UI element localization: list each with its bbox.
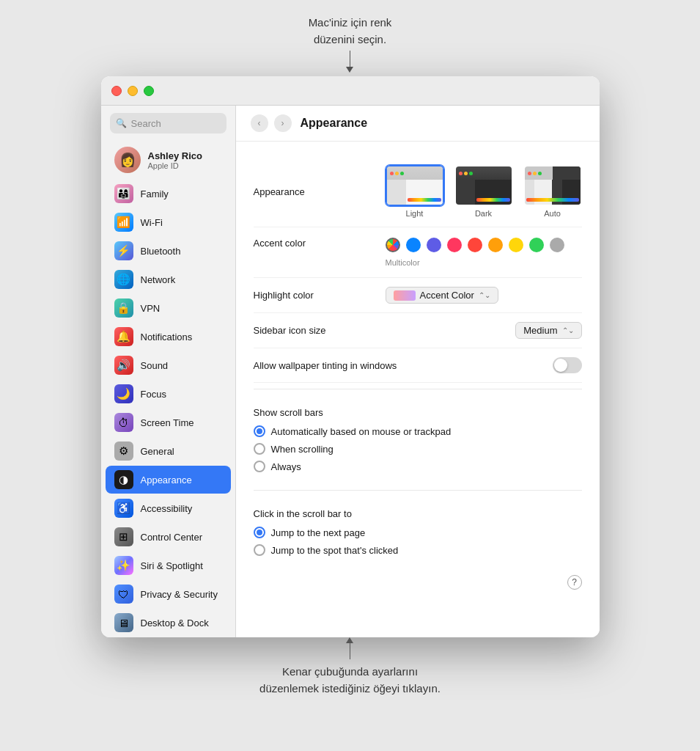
appearance-option-auto[interactable]: Auto	[523, 165, 582, 218]
notifications-icon: 🔔	[114, 327, 133, 346]
accent-red[interactable]	[468, 238, 482, 252]
accent-green[interactable]	[529, 238, 544, 252]
sidebar-item-label-siri: Siri & Spotlight	[141, 560, 203, 571]
sidebar-item-network[interactable]: 🌐Network	[106, 265, 231, 293]
annotation-top: Mac'iniz için renk düzenini seçin.	[309, 15, 392, 73]
accent-pink[interactable]	[447, 238, 462, 252]
scroll-always-option[interactable]: Always	[254, 461, 582, 472]
sidebar-item-label-wifi: Wi-Fi	[141, 217, 163, 228]
highlight-preview	[394, 290, 416, 301]
click-clickedspot-label: Jump to the spot that's clicked	[271, 545, 399, 556]
sidebar-item-appearance[interactable]: ◑Appearance	[106, 466, 231, 494]
privacy-icon: 🛡	[114, 585, 133, 604]
accent-yellow[interactable]	[509, 238, 523, 252]
scroll-bars-section: Show scroll bars Automatically based on …	[254, 395, 582, 484]
chevron-icon: ⌃⌄	[479, 291, 490, 299]
sidebar-item-label-sound: Sound	[141, 360, 169, 371]
sidebar-item-bluetooth[interactable]: ⚡Bluetooth	[106, 237, 231, 265]
sidebar-item-accessibility[interactable]: ♿Accessibility	[106, 494, 231, 522]
close-button[interactable]	[111, 86, 122, 96]
family-icon: 👨‍👩‍👧	[114, 184, 133, 203]
accent-purple[interactable]	[427, 238, 441, 252]
sidebar-item-label-family: Family	[141, 188, 169, 199]
settings-body: Appearance	[236, 142, 600, 612]
scroll-scrolling-option[interactable]: When scrolling	[254, 443, 582, 455]
accent-graphite[interactable]	[550, 238, 564, 252]
accent-blue[interactable]	[406, 238, 421, 252]
forward-button[interactable]: ›	[274, 114, 292, 132]
content-header: ‹ › Appearance	[236, 106, 600, 142]
help-button[interactable]: ?	[567, 575, 582, 590]
wallpaper-tinting-control	[553, 357, 582, 373]
click-clickedspot-option[interactable]: Jump to the spot that's clicked	[254, 544, 582, 556]
sidebar-item-label-vpn: VPN	[141, 303, 161, 314]
accent-color-label: Accent color	[254, 238, 386, 249]
highlight-color-label: Highlight color	[254, 290, 386, 301]
click-nextpage-option[interactable]: Jump to the next page	[254, 527, 582, 538]
sidebar-item-controlcenter[interactable]: ⊞Control Center	[106, 523, 231, 551]
accent-color-options: Multicolor	[386, 238, 564, 268]
desktop-icon: 🖥	[114, 613, 133, 632]
scroll-always-label: Always	[271, 461, 301, 472]
sidebar-items-list: 👨‍👩‍👧Family📶Wi-Fi⚡Bluetooth🌐Network🔒VPN🔔…	[101, 179, 235, 637]
sidebar-item-label-notifications: Notifications	[141, 331, 193, 342]
main-content: ‹ › Appearance Appearance	[236, 106, 600, 637]
scroll-auto-option[interactable]: Automatically based on mouse or trackpad	[254, 425, 582, 437]
minimize-button[interactable]	[128, 86, 138, 96]
accent-color-row: Accent color	[254, 227, 582, 278]
appearance-option-dark[interactable]: Dark	[454, 165, 513, 218]
click-scroll-radio-group: Jump to the next page Jump to the spot t…	[254, 527, 582, 556]
click-nextpage-label: Jump to the next page	[271, 527, 366, 538]
sidebar-icon-size-control: Medium ⌃⌄	[386, 322, 582, 339]
sidebar-item-family[interactable]: 👨‍👩‍👧Family	[106, 180, 231, 208]
wifi-icon: 📶	[114, 213, 133, 232]
accent-color-control: Multicolor	[386, 238, 582, 268]
highlight-color-dropdown[interactable]: Accent Color ⌃⌄	[386, 287, 498, 304]
content-title: Appearance	[301, 117, 368, 130]
appearance-option-light[interactable]: Light	[386, 165, 444, 218]
sidebar-item-wifi[interactable]: 📶Wi-Fi	[106, 208, 231, 236]
radio-inner-2	[257, 530, 262, 535]
accent-orange[interactable]	[488, 238, 503, 252]
scroll-scrolling-radio	[254, 443, 265, 455]
sidebar-item-vpn[interactable]: 🔒VPN	[106, 294, 231, 322]
sidebar-item-privacy[interactable]: 🛡Privacy & Security	[106, 580, 231, 608]
sidebar-item-label-controlcenter: Control Center	[141, 532, 203, 543]
sidebar-icon-size-dropdown[interactable]: Medium ⌃⌄	[515, 322, 581, 339]
scroll-always-radio	[254, 461, 265, 472]
vpn-icon: 🔒	[114, 298, 133, 318]
bluetooth-icon: ⚡	[114, 241, 133, 260]
titlebar	[101, 76, 600, 106]
sidebar-item-desktop[interactable]: 🖥Desktop & Dock	[106, 609, 231, 637]
sidebar-item-label-accessibility: Accessibility	[141, 503, 193, 514]
wallpaper-tinting-toggle[interactable]	[553, 357, 582, 373]
back-button[interactable]: ‹	[251, 114, 268, 132]
scroll-scrolling-label: When scrolling	[271, 444, 334, 455]
apple-id-text: Ashley Rico Apple ID	[148, 150, 202, 170]
search-box[interactable]: 🔍 Search	[110, 113, 226, 133]
sidebar-item-notifications[interactable]: 🔔Notifications	[106, 323, 231, 351]
appearance-icon: ◑	[114, 470, 133, 489]
traffic-lights	[111, 86, 154, 96]
sidebar-item-general[interactable]: ⚙General	[106, 437, 231, 465]
annotation-bottom: Kenar çubuğunda ayarlarını düzenlemek is…	[259, 637, 441, 697]
scroll-auto-label: Automatically based on mouse or trackpad	[271, 426, 452, 437]
appearance-light-label: Light	[406, 209, 424, 218]
avatar: 👩	[114, 147, 141, 173]
highlight-color-row: Highlight color Accent Color ⌃⌄	[254, 278, 582, 313]
siri-icon: ✨	[114, 556, 133, 575]
general-icon: ⚙	[114, 442, 133, 461]
appearance-thumbnail-dark	[454, 165, 513, 206]
toggle-knob	[554, 359, 567, 372]
user-subtitle: Apple ID	[148, 161, 202, 170]
sidebar-item-siri[interactable]: ✨Siri & Spotlight	[106, 552, 231, 579]
apple-id-item[interactable]: 👩 Ashley Rico Apple ID	[106, 142, 231, 177]
sidebar-item-screentime[interactable]: ⏱Screen Time	[106, 409, 231, 436]
sidebar-item-focus[interactable]: 🌙Focus	[106, 380, 231, 408]
network-icon: 🌐	[114, 270, 133, 289]
sidebar-item-sound[interactable]: 🔊Sound	[106, 351, 231, 379]
click-scroll-label: Click in the scroll bar to	[254, 508, 582, 519]
appearance-dark-label: Dark	[475, 209, 492, 218]
maximize-button[interactable]	[144, 86, 154, 96]
accent-multicolor[interactable]	[386, 238, 400, 252]
